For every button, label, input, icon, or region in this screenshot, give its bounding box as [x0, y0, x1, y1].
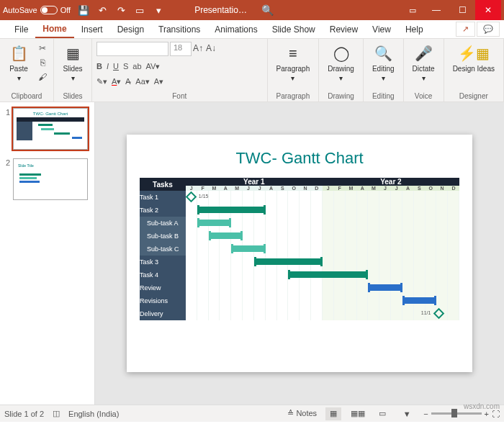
comments-button[interactable]: 💬 — [477, 22, 500, 37]
tab-animations[interactable]: Animations — [207, 22, 264, 37]
month-header: D — [448, 186, 459, 191]
toggle-icon — [40, 6, 58, 14]
slideshow-view-button[interactable]: ▼ — [399, 407, 415, 420]
minimize-button[interactable]: — — [423, 0, 449, 20]
language-indicator[interactable]: English (India) — [68, 410, 119, 418]
tab-insert[interactable]: Insert — [74, 22, 110, 37]
format-painter-icon[interactable]: 🖌 — [36, 71, 49, 83]
cut-icon[interactable]: ✂ — [36, 42, 49, 55]
font-color-button[interactable]: A▾ — [112, 77, 121, 86]
paragraph-button[interactable]: ≡Paragraph▾ — [272, 42, 315, 83]
highlight-button[interactable]: ✎▾ — [96, 77, 107, 86]
accessibility-icon[interactable]: ◫ — [53, 409, 60, 418]
shadow-button[interactable]: ab — [132, 62, 141, 71]
month-header: J — [254, 186, 266, 191]
share-button[interactable]: ↗ — [456, 22, 475, 37]
close-button[interactable]: ✕ — [475, 0, 501, 20]
tab-view[interactable]: View — [365, 22, 398, 37]
gantt-row — [186, 268, 459, 281]
zoom-slider[interactable] — [431, 412, 482, 415]
dictate-button[interactable]: 🎤Dictate▾ — [408, 42, 439, 83]
reading-view-button[interactable]: ▭ — [374, 407, 390, 420]
month-header: J — [323, 186, 334, 191]
search-icon[interactable]: 🔍 — [261, 4, 274, 16]
tab-file[interactable]: File — [7, 22, 35, 37]
month-header: O — [288, 186, 300, 191]
underline-button[interactable]: U — [113, 62, 119, 71]
month-header: S — [413, 186, 425, 191]
autosave-toggle[interactable]: AutoSave Off — [3, 6, 71, 14]
zoom-control[interactable]: − + ⛶ — [423, 410, 500, 418]
year-header: Year 1 — [186, 178, 323, 186]
gantt-row — [186, 204, 459, 217]
clear-format-button[interactable]: A̶ — [125, 77, 131, 86]
font-select[interactable] — [96, 42, 168, 56]
zoom-out-button[interactable]: − — [423, 410, 428, 418]
slideshow-icon[interactable]: ▭ — [132, 3, 147, 17]
tab-slideshow[interactable]: Slide Show — [265, 22, 323, 37]
month-header: S — [276, 186, 288, 191]
sorter-view-button[interactable]: ▦▦ — [350, 407, 366, 420]
normal-view-button[interactable]: ▦ — [325, 407, 341, 420]
month-header: A — [266, 186, 277, 191]
fit-window-button[interactable]: ⛶ — [492, 410, 500, 418]
tab-help[interactable]: Help — [398, 22, 431, 37]
maximize-button[interactable]: ☐ — [449, 0, 475, 20]
group-label: Paragraph — [272, 91, 315, 101]
gantt-bar — [368, 284, 402, 291]
slides-button[interactable]: ▦Slides▾ — [58, 42, 87, 83]
grow-font-icon[interactable]: A↑ — [192, 42, 204, 55]
group-label: Voice — [408, 91, 439, 101]
tab-transitions[interactable]: Transitions — [151, 22, 207, 37]
slide-panel[interactable]: 1 TWC- Gantt Chart 2 Slide Title — [0, 102, 95, 405]
editing-button[interactable]: 🔍Editing▾ — [368, 42, 399, 83]
slide-thumbnail-1[interactable]: TWC- Gantt Chart — [13, 108, 88, 150]
paste-button[interactable]: 📋Paste▾ — [4, 42, 33, 83]
dropdown-icon[interactable]: ▾ — [151, 3, 166, 17]
display-options-icon[interactable]: ▭ — [402, 6, 423, 15]
gantt-chart: Tasks Year 1 Year 2 JFMAMJJASONDJFMAMJJA… — [140, 178, 459, 320]
month-header: J — [243, 186, 254, 191]
task-label: Task 4 — [140, 268, 186, 281]
slide: TWC- Gantt Chart Tasks Year 1 Year 2 JFM… — [127, 135, 472, 372]
task-label: Task 3 — [140, 256, 186, 268]
design-ideas-button[interactable]: ⚡▦Design Ideas — [449, 42, 499, 74]
undo-icon[interactable]: ↶ — [95, 3, 109, 17]
bold-button[interactable]: B — [96, 62, 102, 71]
notes-button[interactable]: ≙ Notes — [287, 409, 317, 418]
task-label: Sub-task A — [140, 217, 186, 230]
slide-canvas[interactable]: TWC- Gantt Chart Tasks Year 1 Year 2 JFM… — [95, 102, 504, 405]
group-label: Designer — [449, 91, 499, 101]
strike-button[interactable]: S — [123, 62, 128, 71]
group-label: Editing — [368, 91, 399, 101]
gantt-bar — [402, 297, 437, 304]
char-spacing-button[interactable]: A▾ — [154, 77, 163, 86]
spacing-button[interactable]: AV▾ — [146, 62, 161, 71]
tab-design[interactable]: Design — [110, 22, 151, 37]
slide-thumbnail-2[interactable]: Slide Title — [13, 158, 88, 200]
month-header: F — [197, 186, 209, 191]
gantt-bar — [231, 245, 266, 252]
copy-icon[interactable]: ⎘ — [36, 56, 49, 69]
change-case-button[interactable]: Aa▾ — [135, 77, 149, 86]
gantt-bar — [209, 232, 243, 239]
task-label: Sub-task C — [140, 243, 186, 256]
font-size[interactable]: 18 — [170, 42, 192, 56]
tab-review[interactable]: Review — [323, 22, 365, 37]
group-label: Slides — [58, 91, 87, 101]
group-label: Font — [96, 91, 263, 101]
slide-indicator[interactable]: Slide 1 of 2 — [4, 410, 44, 418]
zoom-in-button[interactable]: + — [485, 410, 489, 418]
drawing-button[interactable]: ◯Drawing▾ — [323, 42, 359, 83]
month-header: M — [209, 186, 220, 191]
save-icon[interactable]: 💾 — [76, 3, 91, 17]
milestone-label: 1/15 — [199, 194, 209, 199]
tab-home[interactable]: Home — [35, 21, 73, 38]
month-header: J — [391, 186, 402, 191]
redo-icon[interactable]: ↷ — [114, 3, 128, 17]
slide-number: 2 — [3, 158, 10, 200]
shrink-font-icon[interactable]: A↓ — [204, 42, 217, 55]
ribbon: 📋Paste▾ ✂ ⎘ 🖌 Clipboard ▦Slides▾ Slides … — [0, 39, 504, 102]
month-header: D — [311, 186, 323, 191]
italic-button[interactable]: I — [107, 62, 109, 71]
